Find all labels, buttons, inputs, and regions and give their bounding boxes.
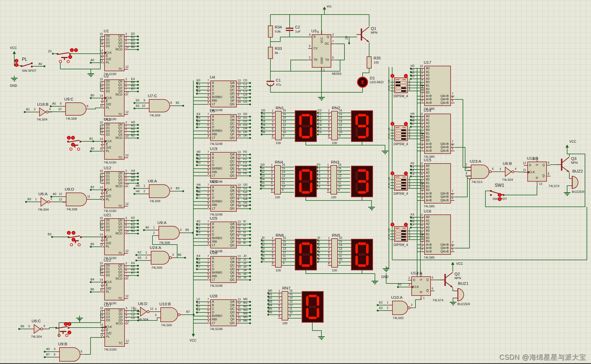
indicator-arrow[interactable]: ↓ xyxy=(404,223,408,227)
chip-ref: U15 xyxy=(424,157,431,162)
pin-name: Q0 xyxy=(104,80,122,83)
button-terminal[interactable] xyxy=(80,236,82,238)
indicator-arrow[interactable]: ↓ xyxy=(67,331,71,334)
net-terminal xyxy=(249,272,251,274)
pin-number: 3 xyxy=(403,283,410,286)
net-label: I5 xyxy=(243,237,246,241)
indicator-arrow[interactable]: ↓ xyxy=(498,197,502,201)
indicator-arrow[interactable]: ↑ xyxy=(72,231,75,235)
indicator-arrow[interactable]: ↑ xyxy=(391,74,394,78)
dip-slider[interactable] xyxy=(401,185,406,186)
dip-slider[interactable] xyxy=(401,90,406,92)
button-contact[interactable] xyxy=(67,60,70,63)
pin-number: 15 xyxy=(96,306,103,310)
dip-slider[interactable] xyxy=(401,236,406,237)
button-stem[interactable] xyxy=(74,146,75,148)
segment-c xyxy=(366,255,369,266)
pin-number: 1 xyxy=(202,223,209,227)
dip-slider[interactable] xyxy=(401,188,406,189)
dip-slider[interactable] xyxy=(401,179,406,180)
button-contact[interactable] xyxy=(59,60,62,63)
dip-slider[interactable] xyxy=(401,233,406,235)
net-terminal xyxy=(134,102,135,104)
indicator-arrow[interactable]: ↓ xyxy=(404,74,408,78)
button-contact[interactable] xyxy=(70,243,73,246)
pin-name: A0 xyxy=(426,164,429,167)
pin-number: 2 xyxy=(383,306,388,309)
dip-slider[interactable] xyxy=(401,130,406,131)
pin-number: 1 xyxy=(202,258,209,261)
indicator-arrow[interactable]: ↑ xyxy=(391,171,394,175)
button-stem[interactable] xyxy=(63,332,64,334)
indicator-arrow[interactable]: ↓ xyxy=(404,171,408,175)
indicator-arrow[interactable]: ↓ xyxy=(404,122,408,126)
pin-stub xyxy=(56,351,59,352)
dip-wire xyxy=(390,82,394,82)
pin-stub xyxy=(408,287,411,287)
indicator-arrow[interactable]: ↑ xyxy=(67,322,71,326)
chip-ref: U21 xyxy=(104,213,111,217)
pin-number: 13 xyxy=(237,79,241,82)
dip-slider[interactable] xyxy=(401,87,406,89)
pin-name: CLK xyxy=(106,235,112,238)
indicator-arrow[interactable]: ↑ xyxy=(15,59,18,63)
button-contact[interactable] xyxy=(69,148,72,151)
dip-slider[interactable] xyxy=(401,133,406,134)
pin-number: 14 xyxy=(338,170,341,173)
pin-name: CLK xyxy=(529,170,535,174)
pin-name: Q3 xyxy=(104,228,122,232)
net-label: J4 xyxy=(243,268,247,272)
button-terminal[interactable] xyxy=(80,141,81,142)
indicator-arrow[interactable]: ↑ xyxy=(74,48,78,52)
button-stem[interactable] xyxy=(64,58,65,60)
switch-terminal[interactable] xyxy=(490,194,492,196)
indicator-arrow[interactable]: ↓ xyxy=(64,322,68,326)
indicator-arrow[interactable]: ↑ xyxy=(391,223,394,227)
button-terminal[interactable] xyxy=(68,327,69,329)
button-terminal[interactable] xyxy=(69,53,71,55)
net-label: B2 xyxy=(91,185,94,189)
indicator-arrow[interactable]: ↓ xyxy=(67,136,71,140)
indicator-arrow[interactable]: ↑ xyxy=(71,136,75,140)
pin-number: 3 xyxy=(323,170,329,174)
indicator-arrow[interactable]: ↓ xyxy=(67,231,71,235)
dip-slider[interactable] xyxy=(401,138,406,140)
button-contact[interactable] xyxy=(65,334,68,337)
button-contact[interactable] xyxy=(78,243,81,246)
net-terminal xyxy=(249,245,251,246)
net-label: A0 xyxy=(91,58,94,62)
pin-number: 8 xyxy=(317,30,319,34)
pin-stub xyxy=(170,191,173,191)
indicator-arrow[interactable]: ↑ xyxy=(391,122,394,126)
dip-slider[interactable] xyxy=(396,85,400,86)
pin-number: 1 xyxy=(324,109,330,112)
net-label: I5 xyxy=(318,254,320,257)
pin-number: 15 xyxy=(96,169,103,173)
switch-terminal[interactable] xyxy=(31,66,33,67)
pin-wire xyxy=(173,191,182,191)
dip-slider[interactable] xyxy=(401,182,406,184)
resnet-body xyxy=(275,111,282,140)
pin-name: QF xyxy=(210,99,234,102)
net-label: K6 xyxy=(411,220,414,223)
net-terminal xyxy=(137,81,139,82)
pin-number: 10 xyxy=(56,107,61,111)
indicator-arrow[interactable]: ↓ xyxy=(71,143,75,147)
button-stem[interactable] xyxy=(75,241,76,243)
dip-slider[interactable] xyxy=(401,230,406,232)
segment-c xyxy=(310,182,312,193)
button-contact[interactable] xyxy=(58,334,61,337)
dip-wire xyxy=(408,188,424,189)
indicator-arrow[interactable]: ↓ xyxy=(70,48,74,52)
dip-slider[interactable] xyxy=(401,135,406,137)
indicator-arrow[interactable]: ↓ xyxy=(15,63,18,67)
dip-slider[interactable] xyxy=(401,239,406,240)
dip-slider[interactable] xyxy=(396,82,400,83)
indicator-arrow[interactable]: ↑ xyxy=(498,193,502,197)
pin-stub xyxy=(328,138,331,138)
net-label: K3 xyxy=(197,230,200,234)
indicator-arrow[interactable]: ↓ xyxy=(68,55,72,59)
indicator-arrow[interactable]: ↓ xyxy=(72,238,75,242)
pin-stub xyxy=(451,251,454,252)
button-contact[interactable] xyxy=(77,148,80,151)
